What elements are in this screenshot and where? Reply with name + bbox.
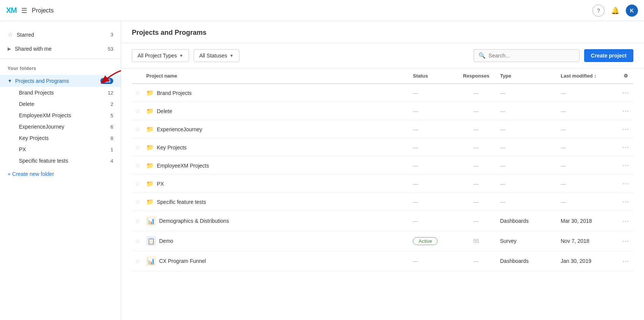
sidebar-subfolder-item[interactable]: Brand Projects12 xyxy=(0,87,121,98)
sidebar-folder-projects-and-programs[interactable]: ▼ Projects and Programs 115 xyxy=(0,75,121,87)
folder-icon: 📁 xyxy=(146,180,154,187)
table-row: ☆ 📁 Specific feature tests — — — — ··· xyxy=(132,193,633,211)
star-button[interactable]: ☆ xyxy=(135,199,140,205)
responses-value: — xyxy=(474,258,479,264)
sidebar-subfolder-item[interactable]: Specific feature tests4 xyxy=(0,155,121,166)
more-options-button[interactable]: ··· xyxy=(622,107,629,115)
sidebar-subfolder-item[interactable]: Delete2 xyxy=(0,98,121,110)
bell-icon[interactable]: 🔔 xyxy=(609,5,621,17)
type-cell: — xyxy=(497,157,558,175)
sidebar-subfolder-item[interactable]: PX1 xyxy=(0,144,121,155)
modified-cell: — xyxy=(558,102,618,120)
actions-cell: ··· xyxy=(618,175,633,193)
filter-status-dropdown[interactable]: All Statuses ▼ xyxy=(194,49,239,62)
search-box[interactable]: 🔍 xyxy=(474,49,580,62)
create-project-button[interactable]: Create project xyxy=(584,49,633,62)
actions-cell: ··· xyxy=(618,251,633,271)
star-icon: ☆ xyxy=(8,31,13,38)
star-cell: ☆ xyxy=(132,157,143,175)
more-options-button[interactable]: ··· xyxy=(622,217,629,225)
xm-logo: XM xyxy=(6,6,17,15)
type-value: — xyxy=(500,144,505,151)
sidebar-subfolder-item[interactable]: ExperienceJourney6 xyxy=(0,121,121,132)
status-dash: — xyxy=(413,258,418,264)
sidebar-subfolder-item[interactable]: EmployeeXM Projects5 xyxy=(0,110,121,121)
page-title-nav: Projects xyxy=(32,7,54,14)
modified-cell: — xyxy=(558,84,618,102)
actions-cell: ··· xyxy=(618,138,633,157)
responses-value: — xyxy=(474,108,479,114)
star-button[interactable]: ☆ xyxy=(135,144,140,151)
toolbar: All Project Types ▼ All Statuses ▼ 🔍 Cre… xyxy=(121,43,644,68)
star-button[interactable]: ☆ xyxy=(135,162,140,169)
more-options-button[interactable]: ··· xyxy=(622,162,629,169)
modified-cell: Nov 7, 2018 xyxy=(558,231,618,251)
search-input[interactable] xyxy=(489,53,575,59)
modified-value: — xyxy=(561,163,566,169)
project-name: ExperienceJourney xyxy=(157,126,202,132)
type-value: Dashboards xyxy=(500,218,529,224)
star-button[interactable]: ☆ xyxy=(135,258,140,264)
subfolder-label: PX xyxy=(19,146,108,152)
modified-value: Nov 7, 2018 xyxy=(561,238,589,244)
star-button[interactable]: ☆ xyxy=(135,218,140,224)
modified-value: — xyxy=(561,181,566,187)
th-status: Status xyxy=(410,68,455,84)
star-button[interactable]: ☆ xyxy=(135,126,140,132)
name-cell: 📁 PX xyxy=(143,175,410,193)
star-button[interactable]: ☆ xyxy=(135,108,140,114)
more-options-button[interactable]: ··· xyxy=(622,89,629,96)
avatar[interactable]: K xyxy=(626,5,638,17)
th-last-modified[interactable]: Last modified ↕ xyxy=(558,68,618,84)
folder-icon: 📁 xyxy=(146,198,154,205)
name-cell: 📁 Key Projects xyxy=(143,138,410,157)
sidebar-item-shared-label: Shared with me xyxy=(15,46,104,52)
responses-cell: — xyxy=(455,175,497,193)
responses-cell: — xyxy=(455,138,497,157)
star-button[interactable]: ☆ xyxy=(135,180,140,187)
actions-cell: ··· xyxy=(618,231,633,251)
subfolder-label: ExperienceJourney xyxy=(19,124,108,130)
more-options-button[interactable]: ··· xyxy=(622,198,629,205)
help-icon[interactable]: ? xyxy=(592,5,605,17)
status-dash: — xyxy=(413,108,418,114)
status-cell: — xyxy=(410,120,455,138)
responses-cell: — xyxy=(455,120,497,138)
project-name: Brand Projects xyxy=(157,90,192,96)
subfolder-count: 6 xyxy=(111,124,113,130)
sidebar-item-shared[interactable]: ▶ Shared with me 53 xyxy=(0,42,121,56)
actions-cell: ··· xyxy=(618,84,633,102)
subfolder-label: Brand Projects xyxy=(19,90,105,96)
more-options-button[interactable]: ··· xyxy=(622,125,629,133)
modified-value: — xyxy=(561,90,566,96)
more-options-button[interactable]: ··· xyxy=(622,143,629,151)
more-options-button[interactable]: ··· xyxy=(622,257,629,265)
sidebar-item-starred-count: 3 xyxy=(111,32,113,37)
subfolder-label: Delete xyxy=(19,101,108,107)
name-cell: 📁 Specific feature tests xyxy=(143,193,410,211)
name-cell: 📁 Brand Projects xyxy=(143,84,410,102)
filter-type-dropdown[interactable]: All Project Types ▼ xyxy=(132,49,189,62)
th-settings[interactable]: ⚙ xyxy=(618,68,633,84)
chevron-down-icon: ▼ xyxy=(179,53,183,58)
more-options-button[interactable]: ··· xyxy=(622,237,629,245)
project-name: Delete xyxy=(157,108,172,114)
project-name: PX xyxy=(157,181,164,187)
more-options-button[interactable]: ··· xyxy=(622,180,629,187)
status-cell: — xyxy=(410,211,455,231)
status-cell: — xyxy=(410,157,455,175)
star-button[interactable]: ☆ xyxy=(135,238,140,244)
actions-cell: ··· xyxy=(618,157,633,175)
sidebar-item-starred[interactable]: ☆ Starred 3 xyxy=(0,27,121,42)
star-cell: ☆ xyxy=(132,251,143,271)
subfolder-count: 12 xyxy=(108,90,113,96)
content-page-title: Projects and Programs xyxy=(132,29,206,36)
star-button[interactable]: ☆ xyxy=(135,90,140,96)
hamburger-menu-icon[interactable]: ☰ xyxy=(21,6,27,15)
survey-icon: 📋 xyxy=(146,236,156,246)
sidebar-subfolder-item[interactable]: Key Projects8 xyxy=(0,132,121,144)
subfolder-label: Key Projects xyxy=(19,135,108,141)
projects-and-programs-count: 115 xyxy=(100,78,113,84)
dashboard-icon: 📊 xyxy=(146,256,156,266)
create-new-folder-link[interactable]: + Create new folder xyxy=(0,166,121,182)
